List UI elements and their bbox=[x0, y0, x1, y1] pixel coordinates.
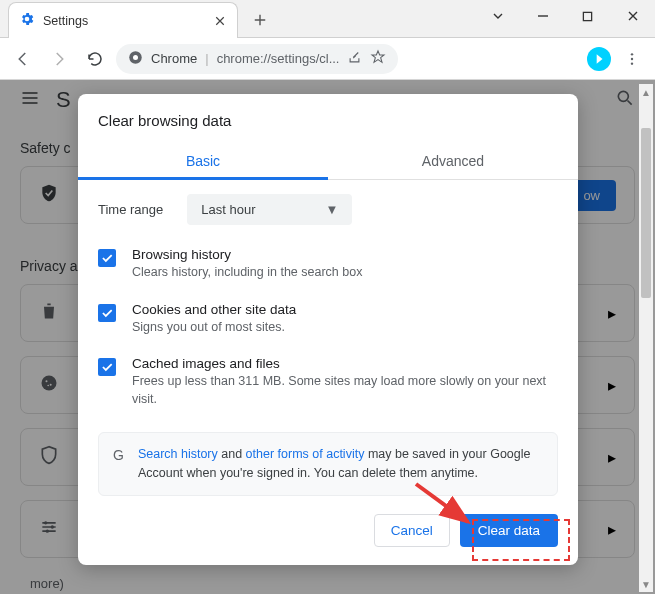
reload-button[interactable] bbox=[80, 44, 110, 74]
link-other-activity[interactable]: other forms of activity bbox=[246, 447, 365, 461]
cancel-button[interactable]: Cancel bbox=[374, 514, 450, 547]
caret-down-icon[interactable] bbox=[475, 0, 520, 32]
time-range-label: Time range bbox=[98, 202, 163, 217]
option-subtitle: Signs you out of most sites. bbox=[132, 319, 296, 337]
tab-title: Settings bbox=[43, 14, 205, 28]
svg-point-2 bbox=[133, 55, 138, 60]
dropdown-caret-icon: ▼ bbox=[325, 202, 338, 217]
scroll-down-icon[interactable]: ▼ bbox=[639, 576, 653, 592]
google-account-notice: G Search history and other forms of acti… bbox=[98, 432, 558, 496]
checkbox-checked-icon[interactable] bbox=[98, 358, 116, 376]
extension-icon[interactable] bbox=[587, 47, 611, 71]
google-g-icon: G bbox=[113, 445, 124, 466]
option-subtitle: Clears history, including in the search … bbox=[132, 264, 362, 282]
browser-tab[interactable]: Settings bbox=[8, 2, 238, 38]
address-bar[interactable]: Chrome | chrome://settings/cl... bbox=[116, 44, 398, 74]
option-cached-images[interactable]: Cached images and files Frees up less th… bbox=[98, 346, 558, 418]
dialog-title: Clear browsing data bbox=[78, 94, 578, 143]
option-title: Cached images and files bbox=[132, 356, 558, 371]
svg-point-5 bbox=[631, 62, 633, 64]
time-range-value: Last hour bbox=[201, 202, 255, 217]
svg-rect-0 bbox=[583, 12, 591, 20]
scroll-up-icon[interactable]: ▲ bbox=[639, 84, 653, 100]
tab-basic[interactable]: Basic bbox=[78, 143, 328, 179]
dialog-tabs: Basic Advanced bbox=[78, 143, 578, 180]
svg-point-3 bbox=[631, 53, 633, 55]
clear-data-button[interactable]: Clear data bbox=[460, 514, 558, 547]
option-subtitle: Frees up less than 311 MB. Some sites ma… bbox=[132, 373, 558, 408]
close-tab-icon[interactable] bbox=[213, 14, 227, 28]
checkbox-checked-icon[interactable] bbox=[98, 249, 116, 267]
address-url: chrome://settings/cl... bbox=[217, 51, 340, 66]
close-window-button[interactable] bbox=[610, 0, 655, 32]
svg-point-4 bbox=[631, 57, 633, 59]
new-tab-button[interactable] bbox=[246, 6, 274, 34]
option-browsing-history[interactable]: Browsing history Clears history, includi… bbox=[98, 237, 558, 292]
notice-text: Search history and other forms of activi… bbox=[138, 445, 543, 483]
vertical-scrollbar[interactable]: ▲ ▼ bbox=[639, 84, 653, 592]
checkbox-checked-icon[interactable] bbox=[98, 304, 116, 322]
share-icon[interactable] bbox=[347, 50, 362, 68]
option-title: Cookies and other site data bbox=[132, 302, 296, 317]
option-title: Browsing history bbox=[132, 247, 362, 262]
menu-dots-icon[interactable] bbox=[617, 44, 647, 74]
maximize-button[interactable] bbox=[565, 0, 610, 32]
window-titlebar: Settings bbox=[0, 0, 655, 38]
chrome-logo-icon bbox=[128, 50, 143, 68]
address-scheme: Chrome bbox=[151, 51, 197, 66]
tab-advanced[interactable]: Advanced bbox=[328, 143, 578, 179]
window-controls bbox=[475, 0, 655, 32]
forward-button[interactable] bbox=[44, 44, 74, 74]
browser-toolbar: Chrome | chrome://settings/cl... bbox=[0, 38, 655, 80]
link-search-history[interactable]: Search history bbox=[138, 447, 218, 461]
option-cookies[interactable]: Cookies and other site data Signs you ou… bbox=[98, 292, 558, 347]
settings-gear-icon bbox=[19, 11, 35, 31]
minimize-button[interactable] bbox=[520, 0, 565, 32]
back-button[interactable] bbox=[8, 44, 38, 74]
bookmark-star-icon[interactable] bbox=[370, 49, 386, 68]
scrollbar-thumb[interactable] bbox=[641, 128, 651, 298]
time-range-select[interactable]: Last hour ▼ bbox=[187, 194, 352, 225]
clear-browsing-data-dialog: Clear browsing data Basic Advanced Time … bbox=[78, 94, 578, 565]
